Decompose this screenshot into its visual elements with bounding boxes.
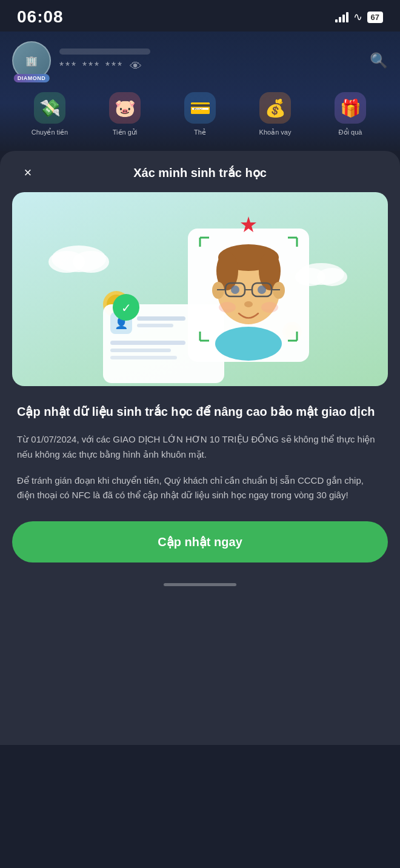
svg-text:✓: ✓ [121, 301, 132, 315]
khoan-vay-icon-wrap: 💰 [259, 92, 291, 124]
svg-rect-17 [110, 341, 185, 345]
user-name-placeholder [59, 48, 150, 55]
modal-overlay: × Xác minh sinh trắc học ♛ ★ 👤 [0, 151, 400, 745]
avatar-icon: 🏢 [25, 55, 38, 67]
doi-qua-icon-wrap: 🎁 [335, 92, 366, 124]
status-bar: 06:08 ∿ 67 [0, 0, 400, 32]
the-label: Thẻ [194, 129, 206, 136]
svg-rect-16 [137, 324, 173, 327]
user-info: *** *** *** 👁 [59, 48, 150, 73]
desc-text-1: Từ 01/07/2024, với các GIAO DỊCH LỚN HƠN… [17, 432, 383, 462]
svg-point-5 [317, 268, 347, 286]
svg-point-37 [258, 285, 266, 294]
home-indicator [0, 575, 400, 589]
signal-icon [335, 12, 348, 22]
khoan-vay-label: Khoản vay [259, 129, 292, 136]
svg-rect-15 [137, 316, 185, 321]
svg-point-39 [219, 302, 236, 313]
quick-action-the[interactable]: 💳 Thẻ [162, 92, 238, 136]
tien-gui-icon: 🐷 [115, 98, 136, 118]
user-account: *** *** *** 👁 [59, 59, 150, 73]
user-header: 🏢 DIAMOND *** *** *** 👁 🔍 [12, 41, 388, 80]
battery-indicator: 67 [367, 12, 383, 23]
account-mask: *** *** *** [59, 60, 124, 73]
main-heading: Cập nhật dữ liệu sinh trắc học để nâng c… [17, 403, 383, 420]
status-time: 06:08 [17, 7, 64, 27]
khoan-vay-icon: 💰 [265, 98, 286, 118]
doi-qua-icon: 🎁 [340, 98, 361, 118]
svg-rect-24 [232, 329, 265, 350]
cta-label: Cập nhật ngay [158, 535, 242, 549]
svg-point-2 [73, 251, 109, 273]
modal-content: Cập nhật dữ liệu sinh trắc học để nâng c… [0, 403, 400, 503]
svg-point-40 [261, 302, 278, 313]
search-icon[interactable]: 🔍 [370, 52, 388, 69]
modal-title: Xác minh sinh trắc học [133, 165, 267, 180]
svg-rect-18 [110, 349, 171, 352]
tien-gui-label: Tiền gửi [113, 129, 138, 136]
chuyen-tien-icon-wrap: 💸 [34, 92, 65, 124]
the-icon: 💳 [190, 98, 211, 118]
eye-icon[interactable]: 👁 [130, 59, 142, 73]
quick-actions: 💸 Chuyển tiền 🐷 Tiền gửi 💳 Thẻ 💰 Khoản v… [12, 92, 388, 136]
home-bar [164, 583, 236, 586]
illustration-svg: ♛ ★ 👤 ✓ [12, 192, 388, 386]
tien-gui-icon-wrap: 🐷 [109, 92, 141, 124]
desc-text-2: Để tránh gián đoạn khi chuyển tiền, Quý … [17, 473, 383, 504]
the-icon-wrap: 💳 [184, 92, 216, 124]
diamond-badge: DIAMOND [14, 74, 50, 82]
svg-point-36 [231, 285, 239, 294]
quick-action-khoan-vay[interactable]: 💰 Khoản vay [238, 92, 313, 136]
chuyen-tien-icon: 💸 [39, 98, 61, 118]
chuyen-tien-label: Chuyển tiền [32, 129, 68, 136]
quick-action-tien-gui[interactable]: 🐷 Tiền gửi [87, 92, 162, 136]
svg-point-38 [244, 301, 253, 307]
avatar-wrap: 🏢 DIAMOND [12, 41, 51, 80]
wifi-icon: ∿ [353, 10, 362, 24]
status-icons: ∿ 67 [335, 10, 383, 24]
modal-header: × Xác minh sinh trắc học [0, 151, 400, 192]
close-button[interactable]: × [17, 161, 39, 182]
user-left: 🏢 DIAMOND *** *** *** 👁 [12, 41, 150, 80]
quick-action-doi-qua[interactable]: 🎁 Đổi quà [313, 92, 388, 136]
svg-rect-19 [110, 356, 177, 359]
doi-qua-label: Đổi quà [339, 129, 362, 136]
cta-button[interactable]: Cập nhật ngay [12, 521, 388, 563]
illustration-card: ♛ ★ 👤 ✓ [12, 192, 388, 386]
app-background: 🏢 DIAMOND *** *** *** 👁 🔍 💸 Chuyển tiền [0, 32, 400, 151]
quick-action-chuyen-tien[interactable]: 💸 Chuyển tiền [12, 92, 87, 136]
